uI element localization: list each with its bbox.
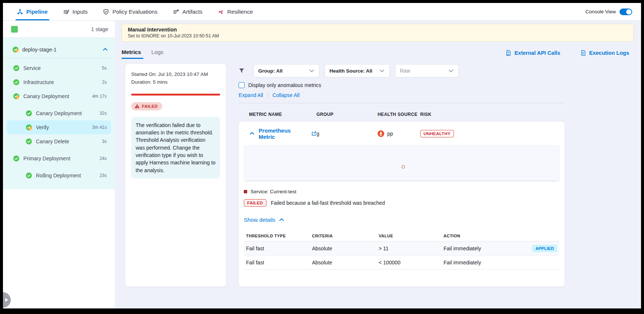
resilience-icon bbox=[218, 9, 224, 15]
step-canary-deployment[interactable]: Canary Deployment 32s bbox=[7, 106, 111, 120]
step-duration: 4m 17s bbox=[92, 94, 111, 99]
failed-reason-text: Failed because a fail-fast threshold was… bbox=[271, 200, 385, 206]
raw-filter-placeholder: Raw bbox=[400, 68, 410, 74]
expand-all-link[interactable]: Expand All bbox=[239, 92, 263, 98]
chart-legend: Service: Current-test bbox=[244, 189, 560, 194]
fail-reason-row: FAILED Failed because a fail-fast thresh… bbox=[244, 199, 560, 207]
tab-policy-evaluations[interactable]: Policy Evaluations bbox=[103, 3, 157, 20]
stage-group-deploy-stage-1[interactable]: deploy-stage-1 bbox=[3, 43, 115, 58]
right-arrow-icon bbox=[5, 298, 9, 302]
stage-name-label: deploy-stage-1 bbox=[22, 47, 99, 53]
chevron-up-icon[interactable] bbox=[102, 47, 108, 53]
check-circle-icon bbox=[26, 138, 32, 144]
console-view-toggle[interactable] bbox=[620, 9, 632, 15]
top-nav-tabs: Pipeline Inputs Policy Evaluations Artif… bbox=[17, 3, 253, 20]
chevron-up-icon bbox=[279, 217, 285, 223]
divider bbox=[268, 92, 268, 98]
tab-inputs-label: Inputs bbox=[73, 9, 88, 15]
step-duration: 5s bbox=[102, 66, 111, 71]
threshold-row: Fail fast Absolute > 11 Fail immediately… bbox=[244, 241, 560, 255]
anomalous-metrics-checkbox[interactable] bbox=[239, 82, 245, 88]
step-verify[interactable]: Verify 3m 41s bbox=[7, 120, 111, 134]
tab-artifacts[interactable]: Artifacts bbox=[173, 3, 202, 20]
banner-subtitle: Set to IGNORE on 10-Jul-2023 10:50:51 AM bbox=[128, 33, 627, 39]
check-circle-icon bbox=[13, 156, 19, 161]
step-label: Canary Deployment bbox=[23, 93, 69, 99]
body-row: Started On: Jul 10, 2023 10:47 AM Durati… bbox=[122, 64, 634, 287]
step-label: Primary Deployment bbox=[23, 156, 70, 161]
raw-filter-dropdown[interactable]: Raw bbox=[395, 64, 459, 77]
step-duration: 24s bbox=[100, 156, 111, 161]
step-duration: 3m 41s bbox=[92, 125, 111, 130]
collapse-chevron-up-icon[interactable] bbox=[249, 131, 255, 137]
step-service[interactable]: Service 5s bbox=[7, 61, 111, 75]
failed-status-label: FAILED bbox=[142, 104, 158, 108]
col-action: ACTION bbox=[444, 234, 529, 238]
prometheus-icon bbox=[378, 130, 384, 137]
step-label: Canary Deployment bbox=[36, 110, 82, 116]
stage-status-square bbox=[11, 26, 18, 33]
step-duration: 2s bbox=[102, 80, 111, 85]
tab-pipeline[interactable]: Pipeline bbox=[17, 3, 48, 20]
warning-success-icon bbox=[26, 124, 32, 130]
filter-funnel-icon[interactable] bbox=[239, 68, 245, 74]
tab-inputs[interactable]: Inputs bbox=[63, 3, 88, 20]
threshold-table: THRESHOLD TYPE CRITERIA VALUE ACTION Fai… bbox=[244, 230, 560, 270]
applied-badge: APPLIED bbox=[532, 245, 557, 252]
show-details-link[interactable]: Show details bbox=[244, 217, 560, 223]
chart-x-axis bbox=[246, 181, 557, 181]
step-infrastructure[interactable]: Infrastructure 2s bbox=[7, 75, 111, 89]
anomaly-data-point[interactable] bbox=[402, 165, 405, 168]
step-canary-delete[interactable]: Canary Delete 3s bbox=[7, 134, 111, 148]
pipeline-icon bbox=[17, 9, 23, 15]
col-health-source: HEALTH SOURCE bbox=[378, 112, 420, 117]
value-cell: < 100000 bbox=[379, 260, 444, 265]
tab-resilience[interactable]: Resilience bbox=[218, 3, 253, 20]
tab-logs[interactable]: Logs bbox=[152, 49, 164, 59]
check-circle-icon bbox=[26, 110, 32, 116]
risk-badge-unhealthy: UNHEALTHY bbox=[420, 130, 454, 137]
group-filter-dropdown[interactable]: Group: All bbox=[253, 64, 319, 77]
warning-success-icon bbox=[13, 93, 19, 99]
step-canary-deployment-group[interactable]: Canary Deployment 4m 17s bbox=[7, 89, 111, 103]
stage-count-label: 1 stage bbox=[91, 26, 108, 32]
tab-metrics[interactable]: Metrics bbox=[122, 49, 141, 59]
value-cell: > 11 bbox=[379, 245, 444, 251]
failed-status-badge: FAILED bbox=[131, 102, 162, 110]
manual-intervention-banner: Manual Intervention Set to IGNORE on 10-… bbox=[122, 24, 634, 42]
metric-row: Prometheus Metric g pp bbox=[239, 122, 565, 146]
execution-logs-link[interactable]: Execution Logs bbox=[580, 50, 629, 56]
sidebar-header: 1 stage bbox=[3, 21, 115, 38]
step-rolling-deployment[interactable]: Rolling Deployment 23s bbox=[7, 168, 111, 183]
criteria-cell: Absolute bbox=[312, 245, 379, 251]
external-api-calls-label: External API Calls bbox=[514, 50, 560, 56]
header-links: API External API Calls Execution Logs bbox=[505, 50, 634, 59]
inputs-icon bbox=[63, 9, 69, 15]
shield-check-icon bbox=[103, 9, 109, 15]
health-source-filter-dropdown[interactable]: Health Source: All bbox=[325, 64, 390, 77]
anomalous-metrics-label: Display only anomalous metrics bbox=[248, 82, 321, 88]
metrics-table-header: METRIC NAME GROUP HEALTH SOURCE RISK bbox=[239, 108, 565, 120]
collapse-all-link[interactable]: Collapse All bbox=[272, 92, 299, 98]
check-circle-icon bbox=[13, 79, 19, 85]
metric-name-link[interactable]: Prometheus Metric bbox=[259, 127, 308, 140]
sidebar-collapse-handle[interactable] bbox=[3, 292, 11, 308]
step-label: Rolling Deployment bbox=[36, 173, 81, 178]
action-cell: Fail immediately bbox=[444, 245, 529, 251]
metric-chart bbox=[244, 146, 560, 181]
step-primary-deployment[interactable]: Primary Deployment 24s bbox=[7, 151, 111, 166]
duration-label: Duration: 5 mins bbox=[131, 78, 220, 86]
external-api-calls-link[interactable]: API External API Calls bbox=[505, 50, 560, 56]
app-window: Pipeline Inputs Policy Evaluations Artif… bbox=[3, 3, 641, 308]
health-source-value: pp bbox=[387, 131, 393, 137]
external-link-icon[interactable] bbox=[311, 131, 316, 136]
step-label: Service bbox=[23, 65, 41, 71]
console-view-control: Console View bbox=[585, 9, 632, 15]
expand-collapse-row: Expand All Collapse All bbox=[239, 92, 565, 98]
divider bbox=[239, 103, 565, 103]
execution-sidebar: 1 stage deploy-stage-1 Service 5s bbox=[3, 21, 115, 308]
legend-swatch bbox=[244, 190, 247, 193]
tab-pipeline-label: Pipeline bbox=[26, 9, 48, 15]
stage-panel: deploy-stage-1 Service 5s Infrastructure… bbox=[3, 38, 115, 189]
col-criteria: CRITERIA bbox=[312, 234, 379, 238]
